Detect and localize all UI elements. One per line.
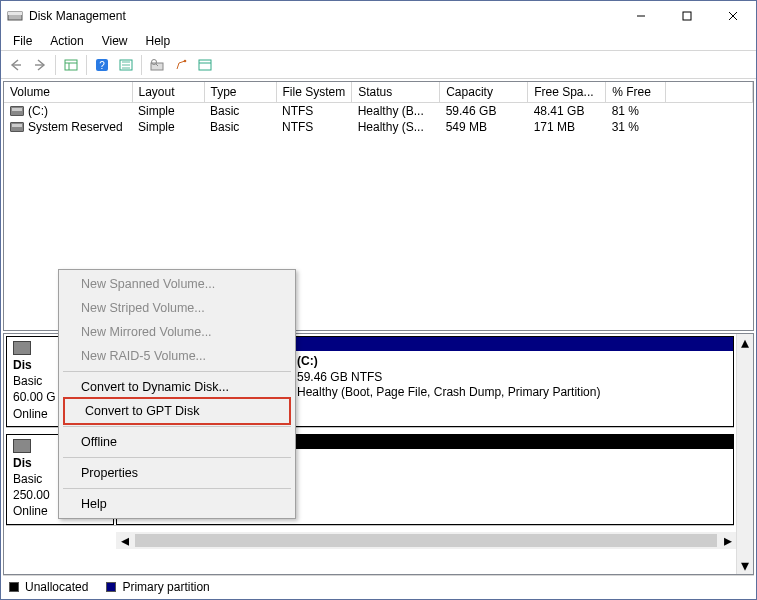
menu-help[interactable]: Help	[138, 32, 179, 50]
menu-item[interactable]: Convert to GPT Disk	[65, 399, 289, 423]
legend-primary-swatch	[106, 582, 116, 592]
disk-icon	[13, 439, 31, 453]
svg-rect-1	[8, 12, 22, 15]
drive-icon	[10, 106, 24, 116]
disk-icon	[13, 341, 31, 355]
menu-item[interactable]: Properties	[61, 461, 293, 485]
scroll-right-icon[interactable]: ▸	[719, 532, 736, 549]
horizontal-scrollbar[interactable]: ◂▸	[116, 532, 736, 549]
disk-management-window: Disk Management File Action View Help ?	[0, 0, 757, 600]
menu-view[interactable]: View	[94, 32, 136, 50]
svg-rect-6	[65, 60, 77, 70]
svg-text:?: ?	[99, 60, 105, 71]
window-title: Disk Management	[29, 9, 618, 23]
legend-unallocated-label: Unallocated	[25, 580, 88, 594]
svg-rect-16	[199, 60, 211, 70]
volume-row[interactable]: System Reserved SimpleBasicNTFSHealthy (…	[4, 119, 753, 135]
app-icon	[7, 8, 23, 24]
col-pct[interactable]: % Free	[606, 82, 666, 102]
col-fs[interactable]: File System	[276, 82, 352, 102]
menu-item[interactable]: Help	[61, 492, 293, 516]
legend-primary-label: Primary partition	[122, 580, 209, 594]
minimize-button[interactable]	[618, 1, 664, 31]
svg-rect-3	[683, 12, 691, 20]
rescan-button[interactable]	[146, 54, 168, 76]
menu-item[interactable]: Offline	[61, 430, 293, 454]
refresh-button[interactable]	[115, 54, 137, 76]
forward-button[interactable]	[29, 54, 51, 76]
back-button[interactable]	[5, 54, 27, 76]
titlebar[interactable]: Disk Management	[1, 1, 756, 31]
action-button[interactable]	[170, 54, 192, 76]
scroll-down-icon[interactable]: ▾	[737, 557, 753, 574]
legend: Unallocated Primary partition	[3, 575, 754, 597]
toolbar: ?	[1, 51, 756, 79]
menu-file[interactable]: File	[5, 32, 40, 50]
menu-item: New Spanned Volume...	[61, 272, 293, 296]
volume-row[interactable]: (C:) SimpleBasicNTFSHealthy (B...59.46 G…	[4, 102, 753, 119]
menu-item: New Mirrored Volume...	[61, 320, 293, 344]
col-layout[interactable]: Layout	[132, 82, 204, 102]
legend-unallocated-swatch	[9, 582, 19, 592]
menu-item[interactable]: Convert to Dynamic Disk...	[61, 375, 293, 399]
show-hide-button[interactable]	[60, 54, 82, 76]
svg-point-15	[184, 59, 187, 62]
col-type[interactable]: Type	[204, 82, 276, 102]
col-extra[interactable]	[666, 82, 753, 102]
maximize-button[interactable]	[664, 1, 710, 31]
disk-context-menu[interactable]: New Spanned Volume...New Striped Volume.…	[58, 269, 296, 519]
scroll-left-icon[interactable]: ◂	[116, 532, 133, 549]
vertical-scrollbar[interactable]: ▴ ▾	[736, 334, 753, 574]
menu-action[interactable]: Action	[42, 32, 91, 50]
col-volume[interactable]: Volume	[4, 82, 132, 102]
partition[interactable]: (C:)59.46 GB NTFSHealthy (Boot, Page Fil…	[288, 336, 734, 427]
col-status[interactable]: Status	[352, 82, 440, 102]
menubar: File Action View Help	[1, 31, 756, 51]
scroll-up-icon[interactable]: ▴	[737, 334, 753, 351]
close-button[interactable]	[710, 1, 756, 31]
help-button[interactable]: ?	[91, 54, 113, 76]
drive-icon	[10, 122, 24, 132]
list-button[interactable]	[194, 54, 216, 76]
column-headers[interactable]: Volume Layout Type File System Status Ca…	[4, 82, 753, 102]
menu-item: New Striped Volume...	[61, 296, 293, 320]
menu-item: New RAID-5 Volume...	[61, 344, 293, 368]
col-capacity[interactable]: Capacity	[440, 82, 528, 102]
col-free[interactable]: Free Spa...	[528, 82, 606, 102]
